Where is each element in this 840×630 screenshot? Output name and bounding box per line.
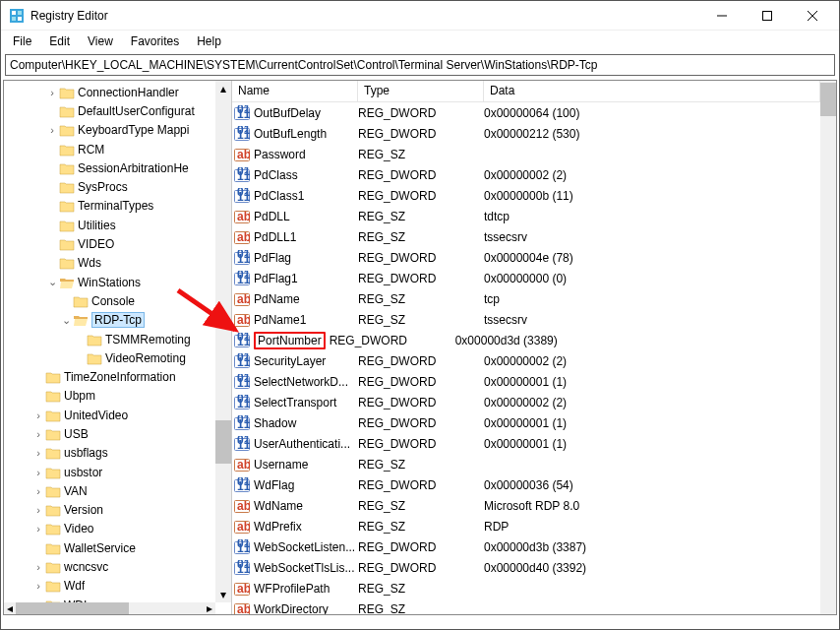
- address-bar[interactable]: Computer\HKEY_LOCAL_MACHINE\SYSTEM\Curre…: [5, 54, 835, 76]
- minimize-button[interactable]: [699, 1, 745, 31]
- value-row[interactable]: abWFProfilePathREG_SZ: [232, 578, 820, 598]
- maximize-button[interactable]: [745, 1, 790, 31]
- menu-favorites[interactable]: Favorites: [123, 32, 187, 50]
- tree-item[interactable]: ... SessionArbitrationHe: [4, 158, 215, 177]
- folder-icon: [59, 276, 75, 289]
- value-row[interactable]: abPdNameREG_SZtcp: [232, 288, 820, 309]
- tree-item[interactable]: ... SysProcs: [4, 177, 215, 196]
- value-row[interactable]: 011110ShadowREG_DWORD0x00000001 (1): [232, 412, 820, 433]
- tree-item[interactable]: ..›wcncsvc: [4, 557, 215, 576]
- tree-item[interactable]: ...›ConnectionHandler: [4, 83, 215, 101]
- value-row[interactable]: 011110WdFlagREG_DWORD0x00000036 (54): [232, 474, 820, 495]
- svg-text:110: 110: [237, 128, 250, 142]
- tree-item[interactable]: ...›KeyboardType Mappi: [4, 121, 215, 140]
- tree-item[interactable]: ....⌄RDP-Tcp: [4, 311, 215, 330]
- column-data[interactable]: Data: [484, 81, 820, 101]
- tree-item[interactable]: .. WalletService: [4, 538, 215, 557]
- tree-item[interactable]: ...⌄WinStations: [4, 273, 215, 291]
- value-row[interactable]: abPasswordREG_SZ: [232, 144, 820, 164]
- value-row[interactable]: abUsernameREG_SZ: [232, 454, 820, 474]
- value-data: 0x00000d3b (3387): [484, 540, 820, 554]
- value-row[interactable]: 011110PdFlag1REG_DWORD0x00000000 (0): [232, 268, 820, 288]
- menu-file[interactable]: File: [5, 32, 39, 50]
- folder-icon: [59, 161, 75, 175]
- values-list[interactable]: 011110OutBufDelayREG_DWORD0x00000064 (10…: [232, 102, 820, 614]
- list-header: Name Type Data: [232, 81, 820, 102]
- tree-item[interactable]: ..›VAN: [4, 481, 215, 500]
- value-row[interactable]: 011110SelectNetworkD...REG_DWORD0x000000…: [232, 371, 820, 392]
- value-row[interactable]: 011110PortNumberREG_DWORD0x00000d3d (338…: [232, 330, 820, 350]
- folder-icon: [59, 143, 75, 157]
- value-row[interactable]: 011110OutBufLengthREG_DWORD0x00000212 (5…: [232, 123, 820, 144]
- value-row[interactable]: 011110PdClass1REG_DWORD0x0000000b (11): [232, 185, 820, 206]
- value-name: SelectTransport: [254, 396, 358, 410]
- folder-icon: [73, 313, 89, 327]
- tree-item[interactable]: ... DefaultUserConfigurat: [4, 101, 215, 120]
- value-row[interactable]: 011110SelectTransportREG_DWORD0x00000002…: [232, 392, 820, 412]
- tree-view[interactable]: ...›ConnectionHandler... DefaultUserConf…: [4, 81, 215, 602]
- menu-view[interactable]: View: [80, 32, 121, 50]
- tree-item[interactable]: ..›UnitedVideo: [4, 406, 215, 424]
- tree-vertical-scrollbar[interactable]: ▴ ▾: [215, 81, 231, 602]
- value-name: PdFlag1: [254, 272, 358, 285]
- tree-horizontal-scrollbar[interactable]: ◂ ▸: [4, 602, 215, 614]
- value-row[interactable]: 011110PdFlagREG_DWORD0x0000004e (78): [232, 247, 820, 268]
- tree-item[interactable]: ..›usbstor: [4, 463, 215, 481]
- tree-item-label: Wds: [78, 256, 101, 270]
- value-row[interactable]: 011110WebSocketTlsLis...REG_DWORD0x00000…: [232, 557, 820, 578]
- scrollbar-thumb[interactable]: [215, 420, 231, 464]
- tree-item[interactable]: ..›usbflags: [4, 444, 215, 463]
- tree-item[interactable]: .. TimeZoneInformation: [4, 367, 215, 386]
- tree-item-label: Video: [64, 522, 93, 536]
- tree-item[interactable]: ..›USB: [4, 424, 215, 443]
- menu-help[interactable]: Help: [189, 32, 229, 50]
- column-name[interactable]: Name: [232, 81, 358, 101]
- folder-icon: [73, 294, 89, 308]
- tree-item-label: VideoRemoting: [105, 351, 186, 365]
- value-name: WdFlag: [254, 478, 358, 492]
- scroll-left-icon[interactable]: ◂: [4, 602, 16, 614]
- value-row[interactable]: abWdNameREG_SZMicrosoft RDP 8.0: [232, 495, 820, 516]
- tree-item[interactable]: .... Console: [4, 291, 215, 310]
- scrollbar-thumb[interactable]: [16, 602, 129, 614]
- tree-item[interactable]: ... VIDEO: [4, 234, 215, 253]
- tree-item[interactable]: .. Ubpm: [4, 387, 215, 406]
- scroll-right-icon[interactable]: ▸: [204, 602, 215, 614]
- value-row[interactable]: abPdDLL1REG_SZtssecsrv: [232, 226, 820, 247]
- value-row[interactable]: abPdName1REG_SZtssecsrv: [232, 309, 820, 330]
- folder-icon: [45, 370, 61, 384]
- value-name: PortNumber: [254, 332, 326, 349]
- tree-item[interactable]: ..... VideoRemoting: [4, 348, 215, 367]
- tree-pane: ...›ConnectionHandler... DefaultUserConf…: [4, 81, 232, 614]
- value-row[interactable]: abPdDLLREG_SZtdtcp: [232, 206, 820, 226]
- value-row[interactable]: 011110OutBufDelayREG_DWORD0x00000064 (10…: [232, 102, 820, 123]
- tree-item[interactable]: ... RCM: [4, 140, 215, 158]
- value-type: REG_DWORD: [358, 396, 484, 410]
- value-data: 0x00000002 (2): [484, 396, 820, 410]
- close-button[interactable]: [790, 1, 835, 31]
- list-vertical-scrollbar[interactable]: [820, 81, 836, 614]
- tree-item[interactable]: ..›WDI: [4, 596, 215, 602]
- value-row[interactable]: 011110WebSocketListen...REG_DWORD0x00000…: [232, 536, 820, 557]
- value-name: Shadow: [254, 416, 358, 430]
- tree-item[interactable]: ..›Video: [4, 520, 215, 538]
- value-row[interactable]: abWdPrefixREG_SZRDP: [232, 516, 820, 536]
- tree-item[interactable]: ..... TSMMRemoting: [4, 330, 215, 348]
- tree-item[interactable]: ..›Wdf: [4, 577, 215, 596]
- tree-item[interactable]: ... TerminalTypes: [4, 197, 215, 216]
- tree-item[interactable]: ... Wds: [4, 254, 215, 273]
- tree-item[interactable]: ... Utilities: [4, 216, 215, 234]
- value-name: WdPrefix: [254, 520, 358, 534]
- scrollbar-thumb[interactable]: [820, 83, 836, 116]
- folder-icon: [59, 219, 75, 232]
- tree-item[interactable]: ..›Version: [4, 501, 215, 520]
- menu-edit[interactable]: Edit: [41, 32, 78, 50]
- value-row[interactable]: abWorkDirectoryREG_SZ: [232, 598, 820, 614]
- value-row[interactable]: 011110PdClassREG_DWORD0x00000002 (2): [232, 164, 820, 185]
- scroll-down-icon[interactable]: ▾: [215, 587, 231, 602]
- scroll-up-icon[interactable]: ▴: [215, 81, 231, 96]
- folder-icon: [59, 199, 75, 213]
- value-row[interactable]: 011110SecurityLayerREG_DWORD0x00000002 (…: [232, 350, 820, 371]
- value-row[interactable]: 011110UserAuthenticati...REG_DWORD0x0000…: [232, 433, 820, 454]
- column-type[interactable]: Type: [358, 81, 484, 101]
